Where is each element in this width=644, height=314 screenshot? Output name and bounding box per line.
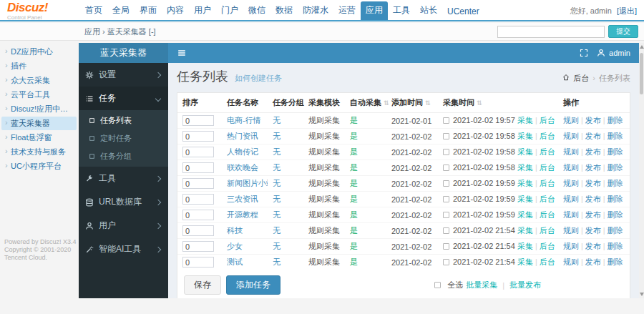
- publish-link[interactable]: 发布: [585, 210, 601, 219]
- order-input[interactable]: [182, 147, 214, 157]
- rule-link[interactable]: 规则: [563, 147, 579, 156]
- backend-collect-link[interactable]: 后台: [540, 179, 555, 187]
- plugin-submenu-item-1[interactable]: 任务列表: [79, 112, 168, 129]
- task-group-link[interactable]: 无: [273, 226, 280, 235]
- hamburger-menu-icon[interactable]: [177, 48, 187, 58]
- search-submit-button[interactable]: 提交: [608, 25, 638, 38]
- sort-icon[interactable]: ⇅: [477, 99, 482, 107]
- row-checkbox[interactable]: [443, 259, 449, 265]
- nav-tab-1[interactable]: 首页: [80, 1, 107, 20]
- backend-collect-link[interactable]: 后台: [540, 210, 555, 219]
- task-name-link[interactable]: 测试: [227, 257, 243, 266]
- publish-link[interactable]: 发布: [585, 132, 601, 140]
- select-all-checkbox[interactable]: [434, 282, 441, 288]
- save-button[interactable]: 保存: [184, 275, 221, 295]
- sort-icon[interactable]: ⇅: [425, 99, 431, 107]
- order-input[interactable]: [182, 257, 214, 268]
- collect-now-link[interactable]: 采集: [517, 242, 533, 250]
- plugin-menu-item-6[interactable]: 智能AI工具: [79, 237, 168, 261]
- nav-tab-7[interactable]: 微信: [243, 1, 270, 20]
- collect-now-link[interactable]: 采集: [517, 147, 533, 156]
- publish-link[interactable]: 发布: [585, 116, 601, 124]
- breadcrumb-home[interactable]: 后台: [573, 73, 589, 84]
- collect-now-link[interactable]: 采集: [517, 210, 533, 219]
- collect-now-link[interactable]: 采集: [517, 226, 533, 235]
- logout-link[interactable]: [退出]: [617, 6, 637, 15]
- publish-link[interactable]: 发布: [585, 195, 601, 203]
- outer-sidebar-item-1[interactable]: DZ应用中心: [1, 45, 77, 59]
- row-checkbox[interactable]: [443, 133, 449, 139]
- task-name-link[interactable]: 新闻图片小站: [227, 179, 268, 187]
- delete-link[interactable]: 删除: [608, 132, 623, 140]
- collect-now-link[interactable]: 采集: [517, 116, 533, 124]
- breadcrumb[interactable]: 应用 › 蓝天采集器 [-]: [84, 23, 156, 41]
- nav-tab-3[interactable]: 界面: [135, 1, 162, 20]
- outer-sidebar-item-4[interactable]: 云平台工具: [1, 88, 77, 102]
- column-header-5[interactable]: 自动采集⇅: [345, 93, 386, 113]
- nav-tab-13[interactable]: 站长: [415, 1, 442, 20]
- nav-tab-6[interactable]: 门户: [216, 1, 243, 20]
- backend-collect-link[interactable]: 后台: [540, 132, 555, 140]
- backend-collect-link[interactable]: 后台: [540, 242, 555, 250]
- outer-sidebar-item-9[interactable]: UC小程序平台: [1, 160, 77, 173]
- outer-sidebar-item-7[interactable]: Float悬浮窗: [1, 131, 77, 144]
- backend-collect-link[interactable]: 后台: [540, 147, 555, 156]
- collect-now-link[interactable]: 采集: [517, 179, 533, 187]
- order-input[interactable]: [182, 225, 214, 236]
- nav-tab-9[interactable]: 防灌水: [298, 1, 333, 20]
- publish-link[interactable]: 发布: [585, 179, 601, 187]
- backend-collect-link[interactable]: 后台: [540, 116, 555, 124]
- task-group-link[interactable]: 无: [273, 147, 280, 156]
- task-name-link[interactable]: 少女: [227, 242, 243, 250]
- task-group-link[interactable]: 无: [273, 257, 280, 266]
- publish-link[interactable]: 发布: [585, 242, 601, 250]
- outer-sidebar-item-2[interactable]: 插件: [1, 59, 77, 73]
- task-group-link[interactable]: 无: [273, 242, 280, 250]
- delete-link[interactable]: 删除: [608, 179, 623, 187]
- outer-sidebar-item-8[interactable]: 技术支持与服务: [1, 145, 77, 159]
- scroll-down-icon[interactable]: [640, 293, 644, 296]
- row-checkbox[interactable]: [443, 243, 449, 250]
- collect-now-link[interactable]: 采集: [517, 132, 533, 140]
- delete-link[interactable]: 删除: [608, 210, 623, 219]
- scrollbar-thumb[interactable]: [640, 53, 643, 94]
- column-header-6[interactable]: 添加时间⇅: [386, 93, 438, 113]
- task-group-link[interactable]: 无: [273, 132, 280, 140]
- delete-link[interactable]: 删除: [608, 242, 623, 250]
- delete-link[interactable]: 删除: [608, 257, 623, 266]
- task-group-link[interactable]: 无: [273, 163, 280, 172]
- outer-sidebar-item-5[interactable]: Discuz!应用中心升级: [1, 102, 77, 116]
- row-checkbox[interactable]: [443, 212, 449, 218]
- nav-tab-4[interactable]: 内容: [162, 1, 189, 20]
- plugin-menu-item-4[interactable]: URL数据库: [79, 190, 168, 214]
- order-input[interactable]: [182, 210, 214, 220]
- topbar-user[interactable]: admin: [597, 49, 630, 57]
- order-input[interactable]: [182, 131, 214, 142]
- nav-tab-14[interactable]: UCenter: [442, 4, 484, 20]
- scroll-up-icon[interactable]: [640, 45, 644, 49]
- order-input[interactable]: [182, 115, 214, 126]
- nav-tab-5[interactable]: 用户: [189, 1, 216, 20]
- backend-collect-link[interactable]: 后台: [540, 163, 555, 172]
- outer-sidebar-item-6[interactable]: 蓝天采集器: [1, 117, 77, 130]
- backend-collect-link[interactable]: 后台: [540, 257, 555, 266]
- add-task-button[interactable]: 添加任务: [226, 275, 280, 295]
- task-name-link[interactable]: 电商-行情: [227, 116, 261, 124]
- plugin-menu-item-5[interactable]: 用户: [79, 214, 168, 237]
- order-input[interactable]: [182, 241, 214, 252]
- publish-link[interactable]: 发布: [585, 147, 601, 156]
- row-checkbox[interactable]: [443, 227, 449, 234]
- rule-link[interactable]: 规则: [563, 195, 579, 203]
- search-input[interactable]: [497, 26, 605, 38]
- backend-collect-link[interactable]: 后台: [540, 226, 555, 235]
- fullscreen-icon[interactable]: [580, 49, 588, 57]
- row-checkbox[interactable]: [443, 196, 449, 202]
- rule-link[interactable]: 规则: [563, 242, 579, 250]
- task-group-link[interactable]: 无: [273, 179, 280, 187]
- rule-link[interactable]: 规则: [563, 179, 579, 187]
- task-group-link[interactable]: 无: [273, 195, 280, 203]
- task-group-link[interactable]: 无: [273, 210, 280, 219]
- nav-tab-2[interactable]: 全局: [107, 1, 135, 20]
- order-input[interactable]: [182, 178, 214, 189]
- help-link[interactable]: 如何创建任务: [235, 73, 282, 84]
